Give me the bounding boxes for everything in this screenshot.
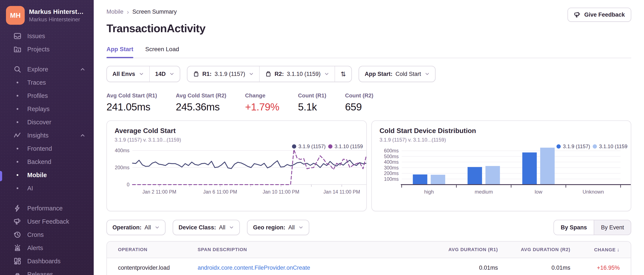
sidebar-item-replays[interactable]: Replays xyxy=(0,102,94,116)
date-range-value: 14D xyxy=(155,71,166,77)
main-content: Mobile › Screen Summary Give Feedback Tr… xyxy=(94,0,644,275)
col-avg-duration-r1[interactable]: Avg Duration (R1) xyxy=(417,247,498,252)
legend-label: 3.1.9 (1157) xyxy=(298,143,326,149)
sidebar-item-label: Discover xyxy=(27,119,51,126)
bullet-icon xyxy=(16,161,18,163)
geo-region-label: Geo region: xyxy=(253,224,285,231)
chevron-down-icon xyxy=(425,72,430,76)
search-icon xyxy=(14,66,21,73)
line-chart[interactable]: 0200ms400msJan 2 11:00 PMJan 6 11:00 PMJ… xyxy=(114,144,367,197)
sidebar-item-user-feedback[interactable]: User Feedback xyxy=(0,215,94,228)
svg-text:300ms: 300ms xyxy=(384,165,399,171)
geo-region-value: All xyxy=(288,224,295,231)
geo-region-filter[interactable]: Geo region: All xyxy=(248,220,309,235)
operation-value: All xyxy=(144,224,151,231)
chart-title: Average Cold Start xyxy=(114,127,366,135)
sidebar-item-alerts[interactable]: Alerts xyxy=(0,241,94,254)
stat-value: 659 xyxy=(345,101,373,113)
sidebar-item-dashboards[interactable]: Dashboards xyxy=(0,254,94,268)
bullet-icon xyxy=(16,121,18,123)
sidebar-item-ai[interactable]: AI xyxy=(0,182,94,195)
cell-operation: contentprovider.load xyxy=(118,264,198,271)
stat-change: Change +1.79% xyxy=(245,92,280,113)
lightning-icon xyxy=(14,204,21,212)
sidebar-item-issues[interactable]: Issues xyxy=(0,30,94,43)
col-avg-duration-r2[interactable]: Avg Duration (R2) xyxy=(498,247,570,252)
sidebar-item-label: Explore xyxy=(27,66,48,73)
sidebar-item-projects[interactable]: Projects xyxy=(0,43,94,56)
svg-text:Jan 2 11:00 PM: Jan 2 11:00 PM xyxy=(142,189,176,195)
org-user-switcher[interactable]: MH Markus Hinterst… Markus Hintersteiner xyxy=(0,0,94,25)
sidebar-item-traces[interactable]: Traces xyxy=(0,76,94,89)
by-event-toggle[interactable]: By Event xyxy=(594,220,631,235)
svg-text:low: low xyxy=(534,189,542,195)
span-link[interactable]: androidx.core.content.FileProvider.onCre… xyxy=(198,264,310,271)
sidebar-item-label: Traces xyxy=(27,79,46,86)
tab-screen-load[interactable]: Screen Load xyxy=(145,46,179,58)
stat-count-r1: Count (R1) 5.1k xyxy=(298,92,326,113)
sidebar-item-profiles[interactable]: Profiles xyxy=(0,89,94,102)
sidebar-item-label: Backend xyxy=(27,158,51,165)
stat-value: 245.36ms xyxy=(176,101,226,113)
page-title: TransactionActivity xyxy=(106,22,631,35)
sidebar-item-backend[interactable]: Backend xyxy=(0,155,94,168)
operation-filter[interactable]: Operation: All xyxy=(107,220,165,235)
app-start-filter-group: App Start: Cold Start xyxy=(359,66,436,82)
app-start-value: Cold Start xyxy=(396,71,421,77)
dashboards-icon xyxy=(14,257,21,265)
sidebar-item-crons[interactable]: Crons xyxy=(0,228,94,241)
environment-value: All Envs xyxy=(112,71,135,77)
svg-text:400ms: 400ms xyxy=(115,148,130,153)
by-spans-toggle[interactable]: By Spans xyxy=(554,220,594,235)
operation-filter-group: Operation: All xyxy=(106,220,166,235)
table-header-row: Operation Span Description Avg Duration … xyxy=(107,241,631,258)
give-feedback-label: Give Feedback xyxy=(584,12,625,18)
sidebar-item-frontend[interactable]: Frontend xyxy=(0,142,94,155)
breadcrumb-screen-summary: Screen Summary xyxy=(132,9,177,15)
stat-label: Count (R2) xyxy=(345,92,373,99)
svg-text:200ms: 200ms xyxy=(384,171,399,176)
primary-filter-row: All Envs 14D R1: 3.1.9 (1157) xyxy=(106,66,631,82)
legend-item-r1[interactable]: 3.1.9 (1157) xyxy=(556,143,590,149)
environment-filter[interactable]: All Envs xyxy=(107,66,149,82)
svg-text:500ms: 500ms xyxy=(384,154,399,159)
sidebar-item-insights[interactable]: Insights xyxy=(0,129,94,142)
chart-legend: 3.1.9 (1157) 3.1.10 (1159 xyxy=(556,143,628,149)
sidebar-item-label: User Feedback xyxy=(27,218,69,225)
svg-text:high: high xyxy=(424,189,434,195)
legend-item-r2[interactable]: 3.1.10 (1159 xyxy=(328,143,363,149)
sidebar-item-discover[interactable]: Discover xyxy=(0,116,94,129)
sidebar-item-mobile[interactable]: Mobile xyxy=(0,168,94,182)
chart-subtitle: 3.1.9 (1157) v. 3.1.10...(1159) xyxy=(114,137,366,143)
view-toggle: By Spans By Event xyxy=(554,220,631,235)
env-period-filter-group: All Envs 14D xyxy=(106,66,180,82)
svg-text:Jan 6 11:00 PM: Jan 6 11:00 PM xyxy=(203,189,237,195)
stat-label: Avg Cold Start (R1) xyxy=(106,92,157,99)
stat-avg-cold-start-r1: Avg Cold Start (R1) 241.05ms xyxy=(106,92,157,113)
breadcrumb: Mobile › Screen Summary xyxy=(106,9,631,15)
device-class-filter[interactable]: Device Class: All xyxy=(173,220,240,235)
sidebar-item-releases[interactable]: Releases xyxy=(0,268,94,275)
swap-releases-button[interactable]: ⇅ xyxy=(335,66,352,82)
sidebar-item-label: Alerts xyxy=(27,244,43,251)
breadcrumb-mobile[interactable]: Mobile xyxy=(106,9,124,15)
release-2-selector[interactable]: R2: 3.1.10 (1159) xyxy=(260,66,334,82)
sidebar-item-performance[interactable]: Performance xyxy=(0,202,94,215)
col-change[interactable]: Change↓ xyxy=(570,247,620,253)
release-1-selector[interactable]: R1: 3.1.9 (1157) xyxy=(188,66,259,82)
legend-item-r2[interactable]: 3.1.10 (1159 xyxy=(593,143,628,149)
col-span-description[interactable]: Span Description xyxy=(198,247,417,252)
give-feedback-button[interactable]: Give Feedback xyxy=(568,8,631,22)
col-operation[interactable]: Operation xyxy=(118,247,198,252)
geo-region-filter-group: Geo region: All xyxy=(247,220,309,235)
sidebar-item-explore[interactable]: Explore xyxy=(0,63,94,76)
user-name: Markus Hinterst… xyxy=(29,8,84,15)
stat-value: 241.05ms xyxy=(106,101,157,113)
date-range-filter[interactable]: 14D xyxy=(150,66,180,82)
release-1-value: 3.1.9 (1157) xyxy=(215,71,245,77)
bar-chart[interactable]: 100ms200ms300ms400ms500ms600mshighmedium… xyxy=(380,144,631,197)
tab-app-start[interactable]: App Start xyxy=(106,46,133,58)
cell-avg-duration-r2: 0.01ms xyxy=(498,264,570,271)
legend-item-r1[interactable]: 3.1.9 (1157) xyxy=(292,143,326,149)
app-start-type-filter[interactable]: App Start: Cold Start xyxy=(359,66,435,82)
